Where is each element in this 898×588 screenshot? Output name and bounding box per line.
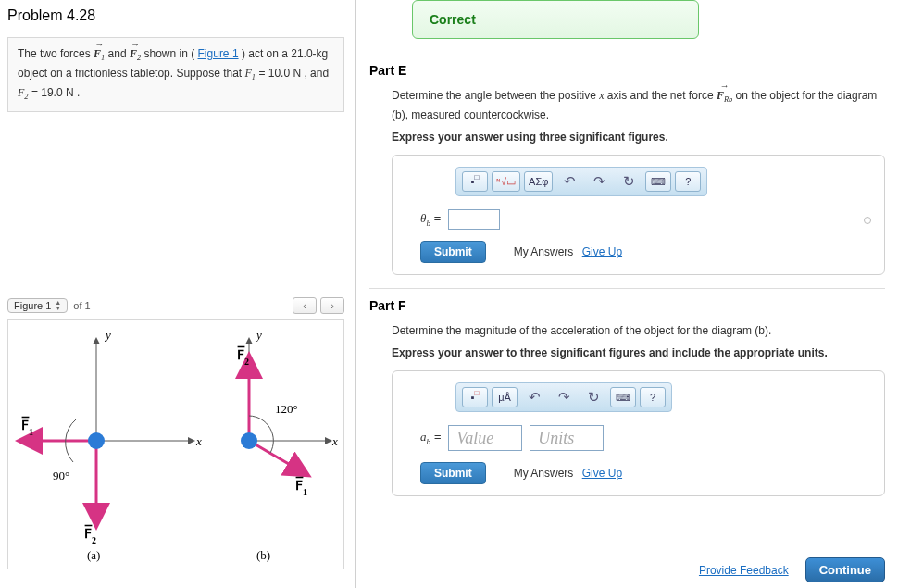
help-icon[interactable]: ?: [675, 171, 701, 192]
F2-a: F̅2: [84, 524, 96, 545]
part-e-instruction: Express your answer using three signific…: [392, 131, 668, 144]
undo-icon[interactable]: ↶: [521, 387, 547, 407]
sqrt-icon[interactable]: ᶰ√▭: [492, 171, 520, 192]
axis-y-a: y: [104, 328, 111, 342]
label-b: (b): [256, 548, 270, 562]
axis-x-a: x: [195, 434, 202, 448]
figure-of: of 1: [73, 300, 90, 311]
redo-icon[interactable]: ↷: [586, 171, 612, 192]
value-input[interactable]: Value: [448, 425, 522, 451]
template-icon[interactable]: ▪□: [462, 171, 488, 192]
my-answers-label: My Answers: [514, 245, 574, 258]
reset-icon[interactable]: ↻: [616, 171, 642, 192]
keyboard-icon[interactable]: ⌨: [645, 171, 671, 192]
txt: The two forces: [18, 47, 94, 60]
provide-feedback-link[interactable]: Provide Feedback: [699, 564, 789, 577]
figure-link[interactable]: Figure 1: [198, 47, 239, 60]
continue-button[interactable]: Continue: [805, 557, 885, 582]
figure-canvas: y x 90° F̅1 F̅2 (a) y x: [7, 319, 344, 569]
keyboard-icon[interactable]: ⌨: [610, 387, 636, 407]
svg-line-8: [249, 441, 305, 473]
greek-icon[interactable]: ΑΣφ: [524, 171, 553, 192]
stepper-icon: ▲▼: [55, 300, 61, 311]
give-up-link-e[interactable]: Give Up: [582, 245, 622, 258]
problem-title: Problem 4.28: [7, 7, 344, 24]
txt: = 19.0 N .: [31, 86, 80, 99]
correct-banner: Correct: [412, 0, 699, 39]
units-input[interactable]: Units: [530, 425, 604, 451]
equation-toolbar-f: ▪□ μÅ ↶ ↷ ↻ ⌨ ?: [455, 382, 672, 412]
F2-val: F2: [18, 86, 29, 99]
part-e-question: Determine the angle between the positive…: [392, 87, 885, 123]
angle-a: 90°: [53, 469, 69, 482]
figure-next-button[interactable]: ›: [320, 297, 344, 314]
template-icon[interactable]: ▪□: [462, 387, 488, 407]
units-format-icon[interactable]: μÅ: [492, 387, 518, 407]
my-answers-label: My Answers: [514, 467, 574, 480]
angle-b: 120°: [275, 402, 298, 416]
give-up-link-f[interactable]: Give Up: [582, 467, 622, 480]
txt: Determine the angle between the positive: [392, 89, 599, 102]
equation-toolbar-e: ▪□ ᶰ√▭ ΑΣφ ↶ ↷ ↻ ⌨ ?: [455, 167, 707, 196]
theta-b-label: θb =: [420, 209, 441, 230]
part-f-answer-block: ▪□ μÅ ↶ ↷ ↻ ⌨ ? ab = Value Units Submit …: [392, 370, 885, 496]
F1-val: F1: [245, 67, 256, 80]
undo-icon[interactable]: ↶: [556, 171, 582, 192]
vector-F2: F2: [130, 45, 141, 65]
x-var: x: [599, 89, 604, 102]
redo-icon[interactable]: ↷: [551, 387, 577, 407]
figure-prev-button[interactable]: ‹: [293, 297, 317, 314]
problem-statement: The two forces F1 and F2 shown in ( Figu…: [7, 37, 344, 112]
label-a: (a): [87, 548, 100, 562]
answer-links-f: My Answers Give Up: [514, 465, 622, 482]
part-e-answer-block: ▪□ ᶰ√▭ ΑΣφ ↶ ↷ ↻ ⌨ ? θb = Submit My Answ…: [392, 155, 885, 275]
axis-y-b: y: [255, 328, 262, 342]
hint-badge[interactable]: [864, 217, 871, 224]
part-f-header: Part F: [369, 298, 885, 313]
F2-b: F̅2: [237, 345, 249, 367]
help-icon[interactable]: ?: [640, 387, 666, 407]
figure-select[interactable]: Figure 1 ▲▼: [7, 298, 68, 313]
svg-point-4: [88, 432, 105, 449]
part-e-header: Part E: [369, 63, 885, 78]
txt: axis and the net force: [607, 89, 717, 102]
txt: = 10.0 N , and: [258, 67, 329, 80]
submit-button-f[interactable]: Submit: [420, 462, 486, 484]
part-f-question: Determine the magnitude of the accelerat…: [392, 322, 885, 339]
svg-point-9: [241, 432, 257, 449]
F1-b: F̅1: [295, 476, 307, 497]
txt: and: [108, 47, 130, 60]
vector-FRb: FRb: [717, 87, 732, 106]
reset-icon[interactable]: ↻: [580, 387, 606, 407]
a-b-label: ab =: [420, 428, 441, 448]
theta-b-input[interactable]: [448, 209, 500, 230]
F1-a: F̅1: [21, 416, 33, 437]
figure-label: Figure 1: [14, 300, 51, 311]
submit-button-e[interactable]: Submit: [420, 241, 486, 263]
answer-links-e: My Answers Give Up: [514, 244, 622, 260]
part-f-instruction: Express your answer to three significant…: [392, 346, 828, 359]
axis-x-b: x: [331, 434, 338, 448]
separator: [369, 288, 885, 289]
vector-F1: F1: [94, 45, 105, 65]
txt: shown in (: [143, 47, 194, 60]
